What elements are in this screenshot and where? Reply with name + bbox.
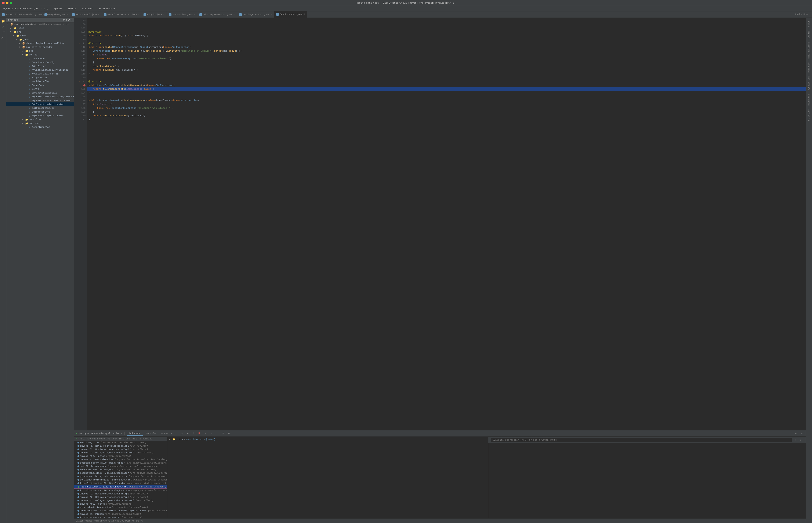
tab-close-jdbc3[interactable]: × — [233, 13, 235, 16]
code-editor[interactable]: @Override public boolean isClosed() { re… — [87, 18, 806, 430]
menu-baseexecutor[interactable]: BaseExecutor — [97, 7, 117, 11]
debug-tab-actuator[interactable]: Actuator — [159, 431, 175, 436]
tree-sqlparserinfo[interactable]: ☕ SqlParserInfo — [6, 110, 74, 114]
stack-frame-invoke-3[interactable]: invoke:43, DelegatingMethodAccessorImpl … — [74, 451, 167, 454]
tree-sqlbatchupdate[interactable]: ☕ SQLBatchUpdateLogInterceptor — [6, 98, 74, 103]
right-tab-mybatislog[interactable]: Mybatis Log — [807, 75, 811, 92]
tree-springcontextutils[interactable]: ☕ SpringContextUtils — [6, 91, 74, 95]
close-button[interactable] — [2, 2, 5, 4]
var-expand-this[interactable]: ▶ — [169, 438, 172, 440]
debug-btn-resume[interactable]: ▶ — [186, 431, 190, 436]
tab-close-caching[interactable]: × — [270, 13, 272, 16]
tab-close-defaultsqlsession[interactable]: × — [138, 13, 139, 16]
stack-frame-setvalue[interactable]: setValue:140, MetaObject (org.apache.iba… — [74, 468, 167, 471]
debug-btn-settings[interactable]: ⚙ — [794, 431, 798, 436]
tab-invocation[interactable]: Invocation.java × — [167, 12, 197, 18]
tree-daouser[interactable]: ▼ 📁 dao.user — [6, 122, 74, 125]
tree-java[interactable]: ▼ 📁 java — [6, 38, 74, 41]
tab-sqlbatch[interactable]: SQLBatchInsertResultLogInterceptor.java … — [0, 12, 42, 18]
menu-apache[interactable]: apache — [52, 7, 64, 11]
eval-input-field[interactable] — [491, 438, 792, 442]
eval-add-watch[interactable]: + — [793, 437, 798, 442]
tree-datasourceconfig[interactable]: ☕ DataSourceConfig — [6, 60, 74, 64]
debug-btn-frames[interactable]: ≡ — [221, 431, 226, 436]
project-icon-close[interactable]: ✕ — [71, 19, 72, 21]
stack-frame-invokenative2[interactable]: invoke:-1, NativeMethodAccessorImpl (sun… — [74, 492, 167, 495]
tree-departmentdao[interactable]: ☕ DepartmentDao — [6, 125, 74, 129]
tree-sqlbatchinsert[interactable]: ☕ SQLBatchInsertResultLogInterceptor — [6, 95, 74, 98]
tab-close-baseexecutor[interactable]: × — [303, 13, 305, 15]
debug-tab-console[interactable]: Console — [143, 431, 158, 436]
tree-datascope[interactable]: ☕ DataScope — [6, 57, 74, 60]
debug-btn-rerun[interactable]: ↺ — [179, 431, 184, 436]
debug-btn-expand[interactable]: ⤢ — [799, 431, 804, 436]
right-tab-notifications[interactable]: Notifications — [807, 40, 811, 60]
tree-rabbitconfig[interactable]: ☕ RabbitConfig — [6, 79, 74, 83]
minimize-button[interactable] — [6, 2, 8, 4]
stack-frame-invoke61[interactable]: invoke:61, Plugin (org.apache.ibatis.plu… — [74, 512, 167, 516]
debug-btn-step-out[interactable]: ↑ — [215, 431, 220, 436]
debug-btn-stop[interactable]: ⏹ — [197, 431, 202, 436]
stack-frame-invoke-2[interactable]: invoke:62, NativeMethodAccessorImpl (sun… — [74, 448, 167, 451]
eval-history[interactable]: ↓ — [798, 437, 803, 442]
sidebar-commit-icon[interactable]: ✓ — [1, 24, 6, 30]
stack-frame-setid[interactable]: setId:47, User (com.data.en.decoder.enti… — [74, 441, 167, 444]
stack-frame-processbatch[interactable]: processBatch:79, Jdbc3KeyGenerator (org.… — [74, 475, 167, 478]
sidebar-terminal-icon[interactable]: >_ — [1, 35, 6, 40]
stack-frame-invoke-4[interactable]: invoke:498, Method (java.lang.reflect) — [74, 454, 167, 458]
tab-baseexecutor[interactable]: BaseExecutor.java × — [274, 12, 307, 18]
tab-plugin[interactable]: Plugin.java × — [141, 12, 167, 18]
project-icon-eye[interactable]: 👁 — [63, 19, 65, 21]
tab-close-iservice[interactable]: × — [67, 13, 68, 16]
stack-frame-populatekeys[interactable]: populateKeys:139, Jdbc3KeyGenerator (org… — [74, 471, 167, 475]
tree-root[interactable]: ▼ 📦 spring-data-test ~/github/spring-dat… — [6, 22, 74, 26]
menu-org[interactable]: org — [42, 7, 50, 11]
right-tab-maven[interactable]: Maven — [807, 19, 811, 29]
debug-btn-threads[interactable]: ⊞ — [227, 431, 232, 436]
stack-frame-set[interactable]: set:59, BeanWrapper (org.apache.ibatis.r… — [74, 465, 167, 468]
tree-config[interactable]: ▼ 📁 config — [6, 53, 74, 57]
tab-close-invocation[interactable]: × — [194, 13, 195, 16]
debug-tab-debugger[interactable]: Debugger — [127, 431, 143, 436]
stack-frame-intercept[interactable]: intercept:66, SQLBatchInsertResultLogInt… — [74, 509, 167, 512]
tab-close-plugin[interactable]: × — [163, 13, 164, 16]
debug-btn-pause[interactable]: ⏸ — [191, 431, 196, 436]
stack-frame-setbean[interactable]: setBeanProperty:180, BeanWrapper (org.ap… — [74, 461, 167, 465]
tree-mybatispluginconfig[interactable]: ☕ MybatisPluginConfig — [6, 72, 74, 76]
debug-btn-step-into[interactable]: ↓ — [209, 431, 214, 436]
tab-defaultsqlsession[interactable]: DefaultSqlSession.java × — [102, 12, 142, 18]
tree-scopedata[interactable]: ☕ ScopeData — [6, 83, 74, 87]
maximize-button[interactable] — [10, 2, 12, 4]
right-tab-structure[interactable]: Structure — [807, 108, 811, 123]
tree-mybatisbaomidou[interactable]: ☕ MyBatisBaomidouServiceImpl — [6, 68, 74, 72]
debug-close[interactable]: × — [121, 432, 122, 435]
tree-chqos[interactable]: ▶ 📦 ch.qos.logback.core.rolling — [6, 41, 74, 45]
tree-isqlparser[interactable]: ☕ ISqlParser — [6, 64, 74, 68]
stack-frame-flush122[interactable]: flushStatements:122, BaseExecutor (org.a… — [74, 485, 167, 489]
project-icon-expand[interactable]: ⤢ — [68, 19, 70, 21]
right-tab-database[interactable]: Database — [807, 61, 811, 74]
stack-frame-invoke43-2[interactable]: invoke:43, DelegatingMethodAccessorImpl … — [74, 499, 167, 502]
tree-idea[interactable]: ▶ 📁 .idea — [6, 26, 74, 30]
reader-mode-button[interactable]: Reader Mode — [793, 13, 810, 16]
tree-src[interactable]: ▼ 📁 src — [6, 30, 74, 34]
stack-frame-doflush[interactable]: doFlushStatements:128, BatchExecutor (or… — [74, 478, 167, 482]
stack-frame-invoke498-2[interactable]: invoke:498, Method (java.lang.reflect) — [74, 502, 167, 506]
tab-serviceimpl[interactable]: ServiceImpl.java × — [70, 12, 102, 18]
tree-pluginutils[interactable]: ☕ PluginUtils — [6, 76, 74, 79]
tree-contoller[interactable]: ▶ 📁 contoller — [6, 118, 74, 122]
tab-caching[interactable]: CachingExecutor.java × — [237, 12, 274, 18]
var-this[interactable]: ▶ 📁 this = {BatchExecutor@10086} — [169, 437, 487, 441]
stack-frame-invoke-5[interactable]: invoke:41, MethodInvoker (org.apache.iba… — [74, 458, 167, 461]
stack-frame-flush129[interactable]: flushStatements:129, BaseExecutor (org.a… — [74, 482, 167, 485]
tree-sqlparserhandler[interactable]: ☕ SqlParserHandler — [6, 106, 74, 110]
project-icon-cog[interactable]: ⚙ — [66, 19, 67, 21]
right-tab-gradle[interactable]: Gradle — [807, 29, 811, 40]
tree-sqlselectlog[interactable]: ☕ SqlSelectLogInterceptor — [6, 114, 74, 118]
stack-frame-proceed[interactable]: proceed:49, Invocation (org.apache.ibati… — [74, 506, 167, 509]
right-tab-bookmarks[interactable]: Bookmarks — [807, 92, 811, 107]
tab-jdbc3[interactable]: Jdbc3KeyGenerator.java × — [197, 12, 237, 18]
debug-btn-step-over[interactable]: ↷ — [203, 431, 208, 436]
tab-iservice[interactable]: IService.java × — [42, 12, 70, 18]
menu-ibatis[interactable]: ibatis — [66, 7, 78, 11]
